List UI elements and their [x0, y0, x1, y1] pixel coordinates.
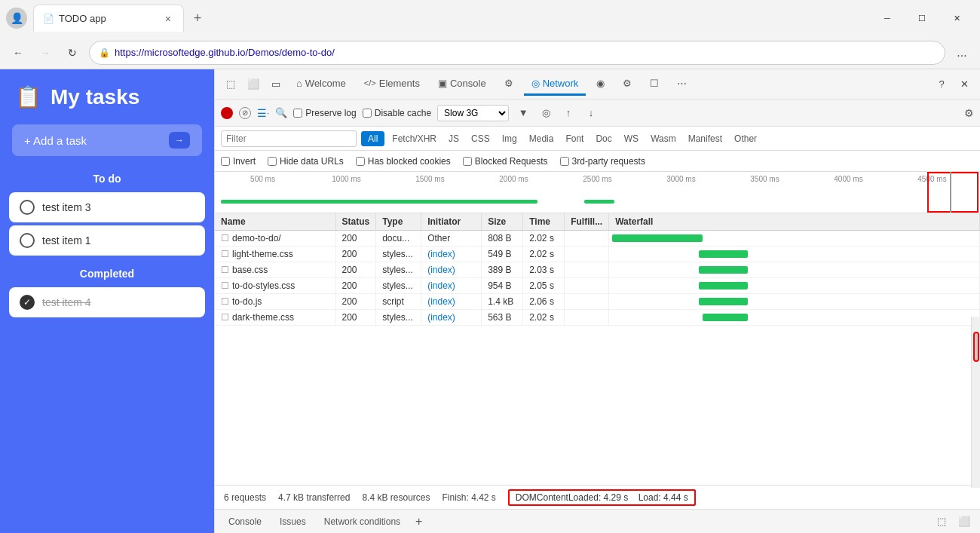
search-button[interactable]: 🔍 [275, 107, 287, 118]
table-row[interactable]: ☐base.css 200 styles... (index) 389 B 2.… [215, 262, 980, 278]
filter-other-button[interactable]: Other [730, 131, 761, 146]
col-status[interactable]: Status [335, 213, 376, 231]
scrollbar-thumb[interactable] [973, 332, 979, 362]
col-waterfall[interactable]: Waterfall [609, 213, 980, 231]
row-name[interactable]: ☐to-do.js [215, 294, 335, 310]
initiator-link[interactable]: (index) [427, 280, 455, 291]
table-row[interactable]: ☐demo-to-do/ 200 docu... Other 808 B 2.0… [215, 231, 980, 247]
hide-data-urls-input[interactable] [268, 157, 277, 166]
export-har[interactable]: ↑ [560, 105, 577, 121]
has-blocked-cookies-checkbox[interactable]: Has blocked cookies [356, 156, 451, 167]
table-row[interactable]: ☐light-theme.css 200 styles... (index) 5… [215, 247, 980, 262]
tab-more[interactable]: ⋯ [669, 72, 694, 96]
col-size[interactable]: Size [482, 213, 523, 231]
row-name[interactable]: ☐demo-to-do/ [215, 231, 335, 247]
active-tab[interactable]: 📄 TODO app × [33, 5, 184, 32]
filter-all-button[interactable]: All [361, 131, 384, 146]
vertical-scrollbar[interactable] [971, 317, 980, 488]
filter-input[interactable] [221, 130, 357, 147]
back-button[interactable]: ← [8, 42, 29, 63]
more-button[interactable]: ... [951, 42, 972, 63]
col-name[interactable]: Name [215, 213, 335, 231]
disable-cache-input[interactable] [363, 109, 372, 118]
disable-cache-checkbox[interactable]: Disable cache [363, 108, 431, 118]
preserve-log-checkbox[interactable]: Preserve log [293, 108, 356, 118]
filter-wasm-button[interactable]: Wasm [646, 131, 681, 146]
col-type[interactable]: Type [376, 213, 421, 231]
task-3-checkbox[interactable] [20, 200, 35, 215]
filter-doc-button[interactable]: Doc [591, 131, 616, 146]
filter-img-button[interactable]: Img [498, 131, 522, 146]
help-button[interactable]: ? [932, 75, 951, 94]
tab-elements[interactable]: </> Elements [357, 72, 427, 96]
record-button[interactable] [221, 107, 233, 119]
add-tab-button[interactable]: + [411, 515, 427, 528]
filter-ws-button[interactable]: WS [620, 131, 643, 146]
row-name[interactable]: ☐to-do-styles.css [215, 278, 335, 294]
filter-fetch-xhr-button[interactable]: Fetch/XHR [387, 131, 441, 146]
tab-console[interactable]: ▣ Console [430, 72, 494, 96]
url-bar[interactable]: 🔒 https://microsoftedge.github.io/Demos/… [89, 41, 945, 65]
third-party-input[interactable] [560, 157, 569, 166]
tab-performance[interactable]: ◉ [589, 72, 612, 96]
filter-font-button[interactable]: Font [561, 131, 588, 146]
col-initiator[interactable]: Initiator [421, 213, 482, 231]
third-party-checkbox[interactable]: 3rd-party requests [560, 156, 645, 167]
task-item-1[interactable]: test item 1 [9, 225, 205, 256]
import-har[interactable]: ↓ [583, 105, 599, 121]
task-item-4[interactable]: ✓ test item 4 [9, 287, 205, 317]
initiator-link[interactable]: (index) [427, 296, 455, 307]
dock-button[interactable]: ⬚ [932, 512, 951, 531]
initiator-link[interactable]: (index) [427, 265, 455, 275]
inspect-element-button[interactable]: ⬚ [221, 75, 240, 94]
initiator-link[interactable]: (index) [427, 312, 455, 323]
col-time[interactable]: Time [523, 213, 565, 231]
task-item-3[interactable]: test item 3 [9, 192, 205, 222]
close-devtools-button[interactable]: ✕ [954, 75, 974, 94]
add-task-button[interactable]: + Add a task → [12, 124, 202, 156]
invert-input[interactable] [221, 157, 230, 166]
table-row[interactable]: ☐to-do.js 200 script (index) 1.4 kB 2.06… [215, 294, 980, 310]
row-name[interactable]: ☐light-theme.css [215, 247, 335, 262]
tab-welcome[interactable]: ⌂ Welcome [289, 72, 354, 96]
filter-js-button[interactable]: JS [444, 131, 464, 146]
task-1-checkbox[interactable] [20, 233, 35, 248]
bottom-tab-console[interactable]: Console [221, 514, 269, 529]
online-toggle[interactable]: ◎ [537, 105, 554, 121]
filter-css-button[interactable]: CSS [467, 131, 495, 146]
clear-button[interactable]: ⊘ [239, 107, 251, 119]
bottom-tab-network-conditions[interactable]: Network conditions [317, 514, 408, 529]
table-row[interactable]: ☐to-do-styles.css 200 styles... (index) … [215, 278, 980, 294]
has-blocked-cookies-input[interactable] [356, 157, 365, 166]
device-emulation-button[interactable]: ⬜ [243, 75, 263, 94]
refresh-button[interactable]: ↻ [62, 42, 83, 63]
filter-media-button[interactable]: Media [525, 131, 559, 146]
blocked-requests-checkbox[interactable]: Blocked Requests [463, 156, 548, 167]
filter-manifest-button[interactable]: Manifest [684, 131, 727, 146]
blocked-requests-input[interactable] [463, 157, 472, 166]
undock-button[interactable]: ⬜ [954, 512, 974, 531]
task-4-checkbox[interactable]: ✓ [20, 295, 35, 310]
row-name[interactable]: ☐base.css [215, 262, 335, 278]
throttle-select[interactable]: Slow 3G Fast 3G No throttling [437, 105, 509, 121]
close-window-button[interactable]: ✕ [939, 6, 974, 30]
col-fulfill[interactable]: Fulfill... [565, 213, 609, 231]
throttle-dropdown[interactable]: ▼ [515, 105, 531, 121]
tab-issues[interactable]: ⚙ [497, 72, 521, 96]
invert-checkbox[interactable]: Invert [221, 156, 256, 167]
row-name[interactable]: ☐dark-theme.css [215, 310, 335, 326]
new-tab-button[interactable]: + [187, 8, 208, 29]
table-row[interactable]: ☐dark-theme.css 200 styles... (index) 56… [215, 310, 980, 326]
user-avatar[interactable]: 👤 [6, 8, 27, 29]
tab-close-button[interactable]: × [162, 11, 174, 26]
preserve-log-input[interactable] [293, 109, 302, 118]
initiator-link[interactable]: (index) [427, 249, 455, 259]
bottom-tab-issues[interactable]: Issues [272, 514, 314, 529]
hide-data-urls-checkbox[interactable]: Hide data URLs [268, 156, 344, 167]
tab-responsive[interactable]: ☐ [642, 72, 666, 96]
minimize-button[interactable]: ─ [870, 6, 905, 30]
filter-options-button[interactable]: ☰ · [257, 107, 269, 119]
network-settings-button[interactable]: ⚙ [964, 107, 974, 119]
tab-network[interactable]: ◎ Network [524, 72, 586, 96]
panel-layout-button[interactable]: ▭ [266, 75, 286, 94]
